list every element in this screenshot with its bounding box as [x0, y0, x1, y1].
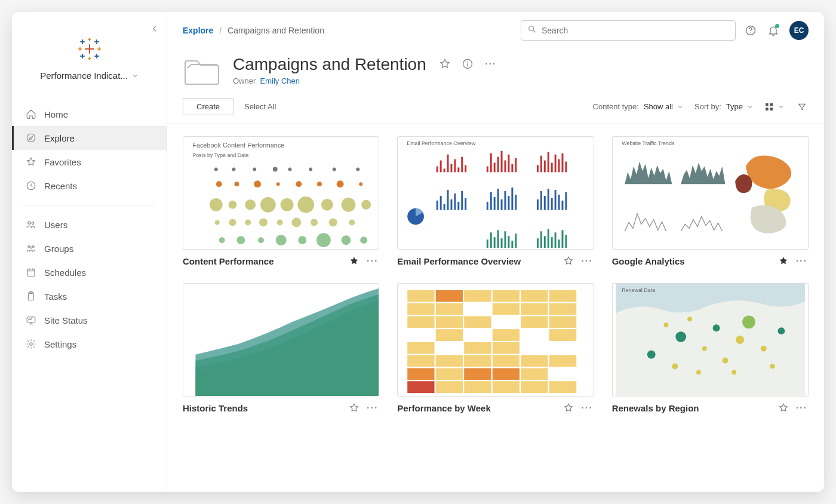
svg-rect-136 [565, 192, 567, 210]
site-picker[interactable]: Performance Indicat... [29, 70, 149, 81]
search-box[interactable] [521, 20, 736, 41]
sidebar-item-label: Settings [44, 339, 76, 349]
card-more-button[interactable]: ··· [580, 402, 594, 413]
view-mode-toggle[interactable] [764, 102, 785, 112]
card-thumbnail[interactable]: Email Performance Overview [397, 136, 594, 250]
sidebar-item-tasks[interactable]: Tasks [12, 284, 167, 308]
svg-rect-92 [487, 166, 488, 172]
select-all-button[interactable]: Select All [244, 102, 276, 111]
card-thumbnail[interactable] [183, 283, 379, 397]
svg-point-55 [337, 180, 344, 188]
svg-point-75 [219, 237, 225, 243]
card-more-button[interactable]: ··· [580, 256, 594, 266]
card-thumbnail[interactable]: Renewal Data [612, 283, 809, 397]
svg-rect-154 [562, 230, 564, 248]
filter-button[interactable] [795, 100, 809, 113]
card-thumbnail[interactable] [397, 283, 594, 397]
svg-rect-127 [515, 195, 517, 210]
svg-rect-134 [558, 195, 560, 210]
create-button[interactable]: Create [183, 98, 233, 115]
monitor-icon [25, 314, 37, 326]
sidebar-item-explore[interactable]: Explore [12, 126, 167, 150]
favorite-toggle[interactable] [349, 402, 359, 413]
card-title[interactable]: Content Performance [183, 256, 343, 266]
svg-rect-139 [490, 232, 492, 248]
svg-rect-87 [451, 164, 453, 173]
card-title[interactable]: Historic Trends [183, 403, 343, 413]
favorite-toggle[interactable] [349, 256, 359, 266]
card-title[interactable]: Google Analytics [612, 256, 772, 266]
svg-rect-121 [494, 197, 496, 210]
svg-rect-40 [770, 107, 773, 110]
user-avatar[interactable]: EC [789, 21, 809, 40]
svg-rect-108 [562, 153, 564, 173]
sidebar-item-label: Users [44, 220, 67, 230]
svg-rect-124 [505, 191, 506, 210]
clipboard-icon [25, 290, 37, 302]
favorite-toggle[interactable] [778, 256, 789, 266]
nav-divider [23, 205, 156, 205]
svg-rect-105 [551, 163, 553, 173]
svg-rect-184 [521, 342, 549, 355]
favorite-project-button[interactable] [438, 57, 451, 70]
sidebar-item-settings[interactable]: Settings [12, 332, 167, 356]
search-input[interactable] [542, 26, 729, 35]
sidebar-item-site-status[interactable]: Site Status [12, 308, 167, 332]
breadcrumb-root[interactable]: Explore [183, 26, 213, 35]
project-more-button[interactable]: ··· [484, 59, 497, 69]
content-type-dropdown[interactable]: Content type: Show all [593, 102, 684, 111]
svg-rect-115 [454, 193, 456, 210]
compass-icon [25, 132, 37, 144]
svg-rect-112 [444, 204, 445, 210]
favorite-toggle[interactable] [563, 256, 574, 266]
svg-rect-183 [492, 342, 520, 355]
card-more-button[interactable]: ··· [365, 256, 379, 266]
svg-rect-161 [549, 290, 577, 303]
svg-rect-185 [549, 342, 577, 355]
thumb-subtitle: Posts by Type and Date [192, 152, 248, 158]
svg-point-44 [273, 167, 278, 171]
collapse-sidebar-button[interactable] [149, 23, 161, 35]
svg-point-61 [281, 198, 294, 211]
groups-icon [25, 242, 37, 254]
svg-point-29 [30, 343, 33, 346]
user-initials: EC [794, 26, 804, 35]
svg-point-208 [702, 346, 706, 351]
card-title[interactable]: Email Performance Overview [397, 256, 557, 266]
sidebar-item-home[interactable]: Home [12, 102, 167, 126]
sidebar-item-recents[interactable]: Recents [12, 174, 167, 198]
notifications-button[interactable] [767, 24, 780, 37]
svg-rect-187 [435, 355, 463, 368]
svg-rect-114 [451, 199, 453, 210]
sidebar-item-schedules[interactable]: Schedules [12, 260, 167, 284]
card-more-button[interactable]: ··· [365, 402, 379, 413]
content-card: Facebook Content Performance Posts by Ty… [183, 136, 379, 266]
card-thumbnail[interactable]: Facebook Content Performance Posts by Ty… [183, 136, 379, 250]
svg-rect-203 [549, 380, 577, 394]
owner-link[interactable]: Emily Chen [260, 76, 300, 85]
svg-rect-146 [515, 233, 517, 248]
thumb-title: Facebook Content Performance [192, 142, 284, 149]
svg-point-50 [234, 182, 239, 186]
svg-point-80 [316, 233, 331, 247]
card-thumbnail[interactable]: Website Traffic Trends [612, 136, 809, 250]
svg-rect-94 [494, 163, 496, 173]
card-more-button[interactable]: ··· [795, 402, 809, 413]
svg-rect-131 [548, 189, 549, 210]
card-title[interactable]: Performance by Week [397, 403, 557, 413]
sidebar-item-groups[interactable]: Groups [12, 236, 167, 260]
sidebar-item-favorites[interactable]: Favorites [12, 150, 167, 174]
favorite-toggle[interactable] [778, 402, 789, 413]
svg-rect-156 [407, 290, 435, 303]
svg-point-59 [245, 199, 256, 210]
sidebar-item-users[interactable]: Users [12, 213, 167, 236]
svg-point-211 [736, 336, 744, 344]
sort-by-dropdown[interactable]: Sort by: Type [694, 102, 754, 111]
card-more-button[interactable]: ··· [795, 256, 809, 266]
svg-rect-128 [537, 199, 539, 210]
info-button[interactable] [461, 57, 474, 70]
help-button[interactable] [744, 24, 757, 37]
svg-point-210 [722, 358, 728, 364]
card-title[interactable]: Renewals by Region [612, 403, 772, 413]
favorite-toggle[interactable] [563, 402, 574, 413]
